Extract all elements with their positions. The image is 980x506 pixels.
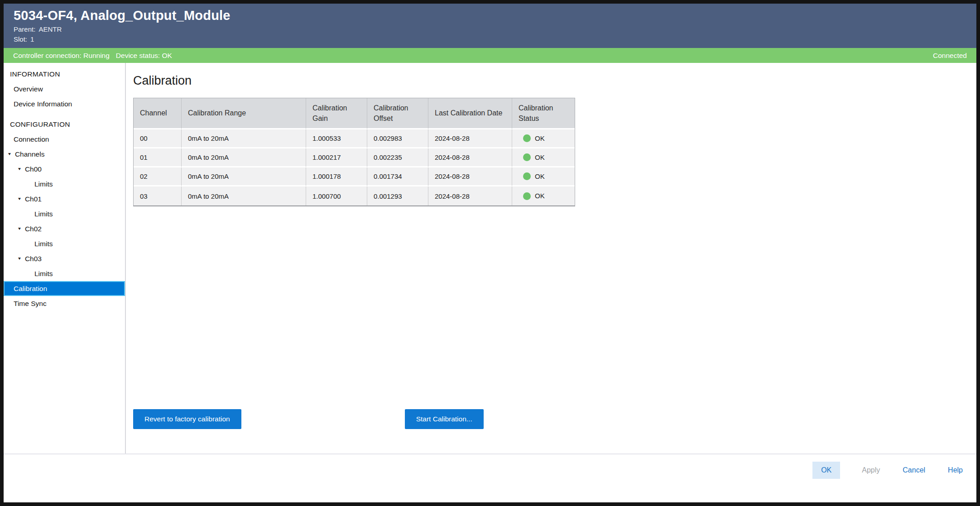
col-header-calibration-status: Calibration Status: [512, 98, 575, 129]
help-button[interactable]: Help: [947, 462, 964, 479]
status-ok-icon: [523, 134, 531, 142]
cell-gain: 1.000178: [306, 167, 367, 186]
slot-value: 1: [30, 35, 34, 43]
cell-status: OK: [512, 186, 575, 205]
dialog-footer: OK Apply Cancel Help: [4, 453, 976, 502]
chevron-down-icon[interactable]: ▼: [17, 192, 22, 205]
cell-channel: 00: [134, 129, 182, 148]
table-row: 03 0mA to 20mA 1.000700 0.001293 2024-08…: [134, 186, 575, 205]
parent-line: Parent:AENTR: [14, 25, 967, 33]
cell-gain: 1.000217: [306, 148, 367, 167]
sidebar-nav: INFORMATION Overview Device Information …: [4, 63, 125, 453]
col-header-calibration-range: Calibration Range: [182, 98, 306, 129]
main-content: Calibration Channel Calibration Range Ca…: [126, 63, 976, 453]
slot-label: Slot:: [14, 35, 27, 43]
revert-factory-calibration-button[interactable]: Revert to factory calibration: [133, 409, 241, 429]
dialog-header: 5034-OF4, Analog_Output_Module Parent:AE…: [4, 4, 976, 48]
table-row: 00 0mA to 20mA 1.000533 0.002983 2024-08…: [134, 129, 575, 148]
cell-date: 2024-08-28: [428, 129, 512, 148]
status-ok-icon: [523, 172, 531, 180]
cell-date: 2024-08-28: [428, 148, 512, 167]
table-row: 01 0mA to 20mA 1.000217 0.002235 2024-08…: [134, 148, 575, 167]
status-ok-icon: [523, 192, 531, 200]
cell-status: OK: [512, 167, 575, 186]
chevron-down-icon[interactable]: ▼: [7, 148, 12, 160]
cell-channel: 02: [134, 167, 182, 186]
cell-range: 0mA to 20mA: [182, 167, 306, 186]
col-header-calibration-gain: Calibration Gain: [306, 98, 367, 129]
sidebar-item-channels[interactable]: ▼ Channels: [4, 147, 125, 162]
cell-range: 0mA to 20mA: [182, 186, 306, 205]
sidebar-item-ch00[interactable]: ▼ Ch00: [4, 162, 125, 177]
controller-connection-status: Controller connection: Running: [13, 52, 110, 60]
cell-range: 0mA to 20mA: [182, 148, 306, 167]
cell-offset: 0.001293: [367, 186, 428, 205]
status-label: OK: [535, 192, 545, 200]
apply-button[interactable]: Apply: [861, 462, 881, 479]
calibration-actions: Revert to factory calibration Start Cali…: [133, 409, 976, 429]
sidebar-section-configuration: CONFIGURATION: [4, 117, 125, 132]
cell-offset: 0.002235: [367, 148, 428, 167]
status-ok-icon: [523, 153, 531, 161]
cancel-button[interactable]: Cancel: [902, 462, 926, 479]
page-title: 5034-OF4, Analog_Output_Module: [14, 8, 967, 23]
sidebar-item-ch03[interactable]: ▼ Ch03: [4, 251, 125, 266]
connection-state-badge: Connected: [933, 52, 967, 60]
cell-channel: 01: [134, 148, 182, 167]
sidebar-item-ch02[interactable]: ▼ Ch02: [4, 221, 125, 236]
calibration-table: Channel Calibration Range Calibration Ga…: [134, 98, 575, 205]
sidebar-item-time-sync[interactable]: Time Sync: [4, 296, 125, 311]
sidebar-item-calibration[interactable]: Calibration: [4, 281, 125, 296]
parent-value: AENTR: [38, 25, 62, 33]
cell-gain: 1.000533: [306, 129, 367, 148]
chevron-down-icon[interactable]: ▼: [17, 222, 22, 235]
chevron-down-icon[interactable]: ▼: [17, 252, 22, 265]
sidebar-item-ch01[interactable]: ▼ Ch01: [4, 191, 125, 206]
cell-range: 0mA to 20mA: [182, 129, 306, 148]
section-heading: Calibration: [133, 74, 976, 88]
cell-date: 2024-08-28: [428, 186, 512, 205]
sidebar-section-information: INFORMATION: [4, 67, 125, 81]
cell-offset: 0.002983: [367, 129, 428, 148]
sidebar-item-device-information[interactable]: Device Information: [4, 96, 125, 111]
status-label: OK: [535, 172, 545, 180]
cell-gain: 1.000700: [306, 186, 367, 205]
status-label: OK: [535, 134, 545, 142]
cell-date: 2024-08-28: [428, 167, 512, 186]
status-bar: Controller connection: Running Device st…: [4, 48, 976, 63]
cell-status: OK: [512, 148, 575, 167]
module-properties-dialog: 5034-OF4, Analog_Output_Module Parent:AE…: [0, 0, 980, 506]
device-status: Device status: OK: [116, 52, 172, 60]
slot-line: Slot:1: [14, 35, 967, 43]
dialog-body: INFORMATION Overview Device Information …: [4, 63, 976, 453]
table-row: 02 0mA to 20mA 1.000178 0.001734 2024-08…: [134, 167, 575, 186]
sidebar-item-ch03-limits[interactable]: Limits: [4, 266, 125, 281]
parent-label: Parent:: [14, 25, 35, 33]
col-header-calibration-offset: Calibration Offset: [367, 98, 428, 129]
sidebar-item-connection[interactable]: Connection: [4, 132, 125, 147]
cell-offset: 0.001734: [367, 167, 428, 186]
cell-channel: 03: [134, 186, 182, 205]
col-header-channel: Channel: [134, 98, 182, 129]
cell-status: OK: [512, 129, 575, 148]
sidebar-item-overview[interactable]: Overview: [4, 81, 125, 96]
col-header-last-calibration-date: Last Calibration Date: [428, 98, 512, 129]
table-header-row: Channel Calibration Range Calibration Ga…: [134, 98, 575, 129]
sidebar-item-ch01-limits[interactable]: Limits: [4, 206, 125, 221]
ok-button[interactable]: OK: [812, 462, 840, 479]
sidebar-item-ch00-limits[interactable]: Limits: [4, 177, 125, 191]
status-label: OK: [535, 153, 545, 161]
chevron-down-icon[interactable]: ▼: [17, 162, 22, 175]
calibration-table-wrapper: Channel Calibration Range Calibration Ga…: [133, 98, 575, 206]
start-calibration-button[interactable]: Start Calibration...: [405, 409, 484, 429]
sidebar-item-ch02-limits[interactable]: Limits: [4, 236, 125, 251]
